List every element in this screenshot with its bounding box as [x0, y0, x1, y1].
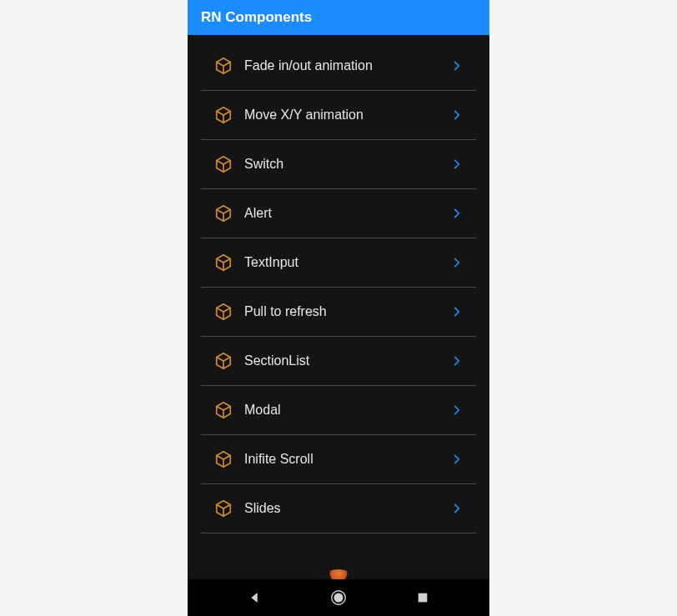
app-header: RN Components — [188, 0, 489, 35]
list-item-modal[interactable]: Modal — [201, 386, 476, 435]
svg-rect-2 — [418, 593, 427, 603]
svg-point-1 — [333, 593, 343, 603]
circle-home-icon — [329, 588, 348, 607]
list-item-label: Switch — [244, 157, 451, 172]
box-icon — [214, 352, 233, 370]
square-recent-icon — [416, 591, 429, 604]
chevron-right-icon — [451, 503, 463, 514]
box-icon — [214, 253, 233, 272]
list-item-move-animation[interactable]: Move X/Y animation — [201, 91, 476, 140]
list-item-label: Alert — [244, 206, 451, 221]
box-icon — [214, 106, 233, 124]
chevron-right-icon — [451, 453, 463, 465]
list-item-sectionlist[interactable]: SectionList — [201, 337, 476, 386]
list-item-pull-to-refresh[interactable]: Pull to refresh — [201, 288, 476, 337]
list-item-label: Pull to refresh — [244, 304, 451, 319]
home-button[interactable] — [329, 588, 348, 607]
triangle-back-icon — [247, 590, 262, 605]
recent-apps-button[interactable] — [414, 588, 432, 607]
box-icon — [214, 401, 233, 419]
list-item-label: Inifite Scroll — [244, 452, 451, 467]
list-item-fade-animation[interactable]: Fade in/out animation — [201, 42, 476, 91]
chevron-right-icon — [451, 109, 463, 121]
box-icon — [214, 155, 233, 173]
home-indicator-dot — [327, 569, 350, 579]
chevron-right-icon — [451, 208, 463, 219]
box-icon — [214, 303, 233, 321]
list-item-label: TextInput — [244, 255, 451, 270]
app-screen: RN Components Fade in/out animation Move… — [188, 0, 489, 616]
list-item-label: Fade in/out animation — [244, 58, 451, 73]
chevron-right-icon — [451, 404, 463, 416]
chevron-right-icon — [451, 158, 463, 170]
chevron-right-icon — [451, 355, 463, 367]
box-icon — [214, 450, 233, 468]
box-icon — [214, 57, 233, 75]
chevron-right-icon — [451, 306, 463, 318]
component-list: Fade in/out animation Move X/Y animation… — [188, 35, 489, 540]
chevron-right-icon — [451, 257, 463, 268]
list-item-infinite-scroll[interactable]: Inifite Scroll — [201, 435, 476, 484]
list-item-label: Move X/Y animation — [244, 108, 451, 123]
box-icon — [214, 204, 233, 223]
page-title: RN Components — [201, 9, 312, 26]
list-item-label: SectionList — [244, 353, 451, 368]
chevron-right-icon — [451, 60, 463, 72]
list-item-label: Modal — [244, 403, 451, 418]
list-item-textinput[interactable]: TextInput — [201, 238, 476, 288]
back-button[interactable] — [245, 588, 263, 607]
list-item-label: Slides — [244, 501, 451, 516]
box-icon — [214, 499, 233, 518]
list-item-slides[interactable]: Slides — [201, 484, 476, 533]
android-nav-bar — [188, 579, 489, 616]
list-item-alert[interactable]: Alert — [201, 189, 476, 238]
list-item-switch[interactable]: Switch — [201, 140, 476, 189]
